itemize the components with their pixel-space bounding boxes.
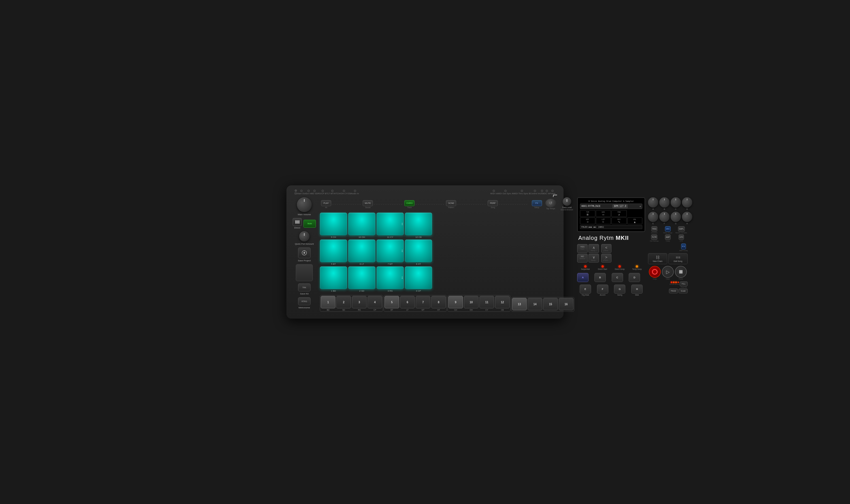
- pad-11[interactable]: [377, 213, 404, 235]
- pads-row-top: 9 CH 10 OH 11 CY: [320, 213, 574, 238]
- yes-btn[interactable]: YES Save: [577, 244, 588, 253]
- abcd-e-btn[interactable]: E: [580, 285, 591, 294]
- track-level-knob[interactable]: [563, 197, 571, 206]
- step-btn-7[interactable]: 7: [416, 296, 430, 308]
- fx-transport-btn[interactable]: FX: [532, 200, 542, 206]
- step-btn-3[interactable]: 3: [352, 296, 367, 308]
- mode-row: Sequential Direct Start Direct Jump Temp…: [577, 265, 645, 270]
- left-btn[interactable]: < μTime -: [601, 244, 611, 253]
- smpl-btn[interactable]: SMPL: [678, 226, 685, 232]
- page-btn[interactable]: PAGE: [669, 289, 678, 293]
- scale-btn[interactable]: Scale: [679, 289, 688, 293]
- abcd-a-btn[interactable]: A: [577, 273, 589, 282]
- edit-song-btn[interactable]: ≡≡ Edit Song: [669, 253, 688, 264]
- knob-b[interactable]: [659, 197, 670, 208]
- no-btn[interactable]: NO Reload: [577, 254, 588, 263]
- step-btn-1[interactable]: 1: [321, 296, 335, 308]
- knob-f[interactable]: [659, 212, 670, 222]
- fx-sub: Setup: [534, 206, 539, 209]
- chro-btn[interactable]: CHRO: [404, 200, 415, 206]
- retrig-minus-btn[interactable]: ∨ Retrig -: [589, 254, 599, 263]
- screen-bottom: FXLEV:▪▪▪ ▪▪: [A01]: [580, 225, 642, 229]
- pad-8[interactable]: [405, 239, 432, 262]
- perf-btn[interactable]: PERF: [488, 200, 498, 206]
- knob-c[interactable]: [671, 197, 681, 208]
- step-btn-13[interactable]: 13: [512, 298, 527, 310]
- step-label-7: MT: [421, 309, 424, 311]
- pad-2[interactable]: [348, 267, 376, 289]
- save-kit-btn[interactable]: TRK: [298, 284, 311, 291]
- retrig-plus-btn[interactable]: ∧ Retrig +: [589, 244, 599, 253]
- src-btn[interactable]: SRC: [665, 226, 671, 232]
- pad-9[interactable]: [320, 213, 347, 235]
- scne-btn[interactable]: SCNE: [446, 200, 456, 206]
- pad-1[interactable]: [320, 267, 347, 289]
- step-btn-8[interactable]: 8: [431, 296, 446, 308]
- step-btn-6[interactable]: 6: [400, 296, 415, 308]
- pad-6[interactable]: [348, 239, 376, 262]
- main-volume-knob[interactable]: [297, 197, 312, 212]
- pad-9-label: 9 CH: [331, 236, 336, 238]
- fltr-btn[interactable]: FLTR: [651, 234, 657, 240]
- step-btn-10[interactable]: 10: [464, 296, 479, 308]
- mute-transport-btn[interactable]: MUTE: [363, 200, 373, 206]
- abcd-g-btn[interactable]: G: [614, 285, 625, 294]
- pad-3[interactable]: [377, 267, 404, 289]
- fx-right-btn[interactable]: FX: [681, 244, 686, 249]
- pad-4-label: 4 CP: [416, 290, 421, 292]
- step-key-15: 15: [543, 298, 558, 311]
- knob-e[interactable]: [648, 212, 658, 222]
- step-btn-2[interactable]: 2: [336, 296, 351, 308]
- amp-btn[interactable]: AMP: [665, 234, 671, 240]
- step-btn-4[interactable]: 4: [367, 296, 382, 308]
- pad-7[interactable]: [377, 239, 404, 262]
- step-btn-16[interactable]: 16: [559, 298, 573, 310]
- abcd-b-btn[interactable]: B: [594, 273, 606, 282]
- step-btn-15[interactable]: 15: [543, 298, 558, 310]
- tap-tempo-btn[interactable]: ↺: [545, 199, 556, 207]
- metronome-btn[interactable]: RTRG: [298, 297, 311, 305]
- trig-btn[interactable]: TRIG: [652, 226, 658, 232]
- play-right-btn[interactable]: ▷: [662, 266, 674, 278]
- mute-transport-section: MUTE Sound: [363, 200, 373, 209]
- step-btn-5[interactable]: 5: [384, 296, 399, 308]
- h-label: Slide: [635, 294, 639, 296]
- pad-5[interactable]: [320, 239, 347, 262]
- save-project-btn[interactable]: [298, 248, 311, 258]
- sequential-mode: Sequential: [577, 265, 594, 270]
- step-btn-9[interactable]: 9: [448, 296, 463, 308]
- stop-btn[interactable]: [675, 266, 687, 278]
- lfo-btn[interactable]: LFO: [679, 234, 684, 240]
- mute-btn[interactable]: Mute: [303, 220, 316, 228]
- quick-perf-knob[interactable]: [299, 231, 309, 241]
- step-label-2: SD: [342, 309, 345, 311]
- tap-tempo-section: ↺ Tap Tempo: [545, 199, 556, 210]
- new-chain-btn[interactable]: ⛓ New Chain: [648, 253, 667, 264]
- quick-perf-label: Quick Perf Amount: [295, 242, 314, 245]
- main-volume-label: Main Volume: [298, 213, 311, 216]
- pad-10[interactable]: [348, 213, 376, 235]
- direct-icon: [295, 220, 299, 224]
- record-btn[interactable]: [649, 266, 661, 278]
- step-btn-12[interactable]: 12: [495, 296, 510, 308]
- abcd-h-btn[interactable]: H: [631, 285, 643, 294]
- perf-sub: Song: [491, 206, 495, 209]
- knob-h[interactable]: [682, 212, 692, 222]
- direct-btn[interactable]: [293, 218, 302, 226]
- knob-d[interactable]: [682, 197, 692, 208]
- quick-perf-section: Quick Perf Amount: [295, 231, 314, 245]
- knob-g[interactable]: [671, 212, 681, 222]
- pad-4[interactable]: [405, 267, 432, 289]
- play-btn[interactable]: PLAY: [321, 200, 331, 206]
- right-btn[interactable]: > μTime +: [601, 254, 611, 263]
- pad-12[interactable]: [405, 213, 432, 235]
- step-key-13: 13: [512, 298, 527, 311]
- abcd-d-btn[interactable]: D: [629, 273, 640, 282]
- abcd-f-btn[interactable]: F: [597, 285, 608, 294]
- abcd-c-btn[interactable]: C: [612, 273, 623, 282]
- fill-btn[interactable]: FILL: [680, 282, 688, 286]
- step-btn-11[interactable]: 11: [480, 296, 494, 308]
- e-label: Trig Mute: [582, 294, 589, 296]
- knob-a[interactable]: [648, 197, 658, 208]
- step-btn-14[interactable]: 14: [527, 298, 542, 310]
